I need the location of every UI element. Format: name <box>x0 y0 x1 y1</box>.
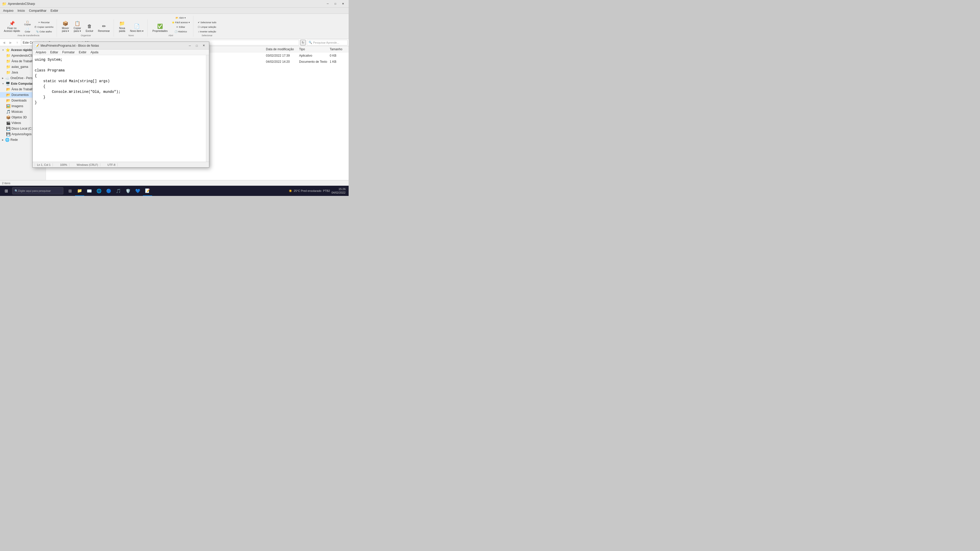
ribbon-btn-editar[interactable]: ✏ Editar <box>170 25 191 29</box>
ribbon-btn-copiar-para[interactable]: 📋 Copiarpara ▾ <box>72 19 83 34</box>
colar-label: Colar <box>25 30 30 33</box>
np-menu-exibir[interactable]: Exibir <box>77 50 89 55</box>
taskbar-notepad-icon[interactable]: 📝 <box>143 186 152 196</box>
copiar-label: Copiar <box>24 23 31 26</box>
abrir-label: 📂 Abrir ▾ <box>176 17 186 19</box>
file-cell-txt-size: 1 KB <box>329 60 347 64</box>
refresh-button[interactable]: ↻ <box>300 40 306 45</box>
explorer-titlebar-text: AprendendoCSharp <box>8 2 324 6</box>
ribbon-btn-novo-item[interactable]: 📄 Novo item ▾ <box>128 22 145 34</box>
file-cell-exe-type: Aplicativo <box>298 54 329 57</box>
explorer-titlebar-icon: 📁 <box>2 2 6 6</box>
ribbon-btn-recortar[interactable]: ✂ Recortar <box>33 21 55 24</box>
ribbon-btn-selecionar-tudo[interactable]: ✔ Selecionar tudo <box>197 21 218 24</box>
taskbar-task-view[interactable]: ⊞ <box>65 186 75 196</box>
notepad-close-button[interactable]: ✕ <box>200 43 207 48</box>
taskbar-chrome-icon[interactable]: 🔵 <box>104 186 113 196</box>
ribbon-selecionar-items: ✔ Selecionar tudo ☐ Limpar seleção ↕ Inv… <box>197 21 218 34</box>
ribbon-btn-limpar-selecao[interactable]: ☐ Limpar seleção <box>197 25 218 29</box>
notepad-minimize-button[interactable]: ─ <box>186 43 193 48</box>
sidebar-videos-icon: 🎬 <box>6 121 11 125</box>
ribbon-group-abrir-label: Abrir <box>169 34 173 37</box>
computador-expand-icon: ▼ <box>2 83 4 85</box>
menu-arquivo[interactable]: Arquivo <box>1 8 16 13</box>
taskbar-keyboard-layout: PTB2 <box>323 189 330 192</box>
np-menu-arquivo[interactable]: Arquivo <box>34 50 48 55</box>
up-button[interactable]: ↑ <box>14 40 20 45</box>
menu-exibir[interactable]: Exibir <box>48 8 60 13</box>
menu-compartilhar[interactable]: Compartilhar <box>27 8 48 13</box>
taskbar-search-icon: 🔍 <box>14 189 18 192</box>
propriedades-label: Propriedades <box>152 30 167 32</box>
forward-button[interactable]: ▶ <box>8 40 13 45</box>
notepad-maximize-button[interactable]: □ <box>193 43 200 48</box>
ribbon-group-novo: 📁 Novapasta 📄 Novo item ▾ Novo <box>117 19 148 37</box>
ribbon-btn-excluir[interactable]: 🗑 Excluir <box>84 22 95 34</box>
sidebar-computador-icon: 🖥️ <box>6 82 10 86</box>
np-menu-editar[interactable]: Editar <box>48 50 60 55</box>
explorer-close-button[interactable]: ✕ <box>339 1 347 6</box>
notepad-editor[interactable]: using System; class Programa { static vo… <box>33 55 209 162</box>
explorer-menubar: Arquivo Início Compartilhar Exibir <box>0 8 348 14</box>
copiar-caminho-label: 🗒 Copiar caminho <box>35 26 54 28</box>
col-header-tamanho[interactable]: Tamanho <box>329 47 347 52</box>
taskbar-explorer-icon[interactable]: 📁 <box>75 186 84 196</box>
ribbon-btn-colar[interactable]: 📄 Colar <box>23 27 32 34</box>
taskbar-music-icon[interactable]: 🎵 <box>114 186 123 196</box>
ribbon-btn-mover[interactable]: 📦 Moverpara ▾ <box>60 19 71 34</box>
ribbon-small-group2: ✂ Recortar 🗒 Copiar caminho 📎 Colar atal… <box>33 21 55 34</box>
onedrive-expand-icon: ▶ <box>2 77 3 79</box>
notepad-zoom: 100% <box>58 163 69 166</box>
explorer-minimize-button[interactable]: ─ <box>324 1 331 6</box>
col-header-data[interactable]: Data de modificação <box>265 47 298 52</box>
mover-icon: 📦 <box>62 21 68 26</box>
ribbon-group-abrir: ✅ Propriedades 📂 Abrir ▾ ⭐ Fácil acesso … <box>151 16 193 37</box>
taskbar-vscode-icon[interactable]: 💙 <box>133 186 142 196</box>
taskbar-mail-icon[interactable]: ✉️ <box>85 186 94 196</box>
taskbar-clock: 15:26 04/02/2022 <box>331 187 345 195</box>
ribbon-btn-colar-atalho[interactable]: 📎 Colar atalho <box>33 30 55 34</box>
propriedades-icon: ✅ <box>157 24 163 29</box>
taskbar: ⊞ 🔍 Digite aqui para pesquisar ⊞ 📁 ✉️ 🌐 … <box>0 186 348 196</box>
historico-label: 🕐 Histórico <box>175 30 187 33</box>
ribbon-btn-abrir[interactable]: 📂 Abrir ▾ <box>170 16 191 20</box>
ribbon-btn-fixar[interactable]: 📌 Fixar noAcesso rápido <box>2 19 22 34</box>
ribbon-abrir-small: 📂 Abrir ▾ ⭐ Fácil acesso ▾ ✏ Editar 🕐 Hi… <box>170 16 191 34</box>
ribbon-btn-renomear[interactable]: ✏ Renomear <box>96 22 112 34</box>
ribbon-btn-facil-acesso[interactable]: ⭐ Fácil acesso ▾ <box>170 21 191 24</box>
ribbon-abrir-buttons: ✅ Propriedades 📂 Abrir ▾ ⭐ Fácil acesso … <box>151 16 191 34</box>
notepad-menubar: Arquivo Editar Formatar Exibir Ajuda <box>33 49 209 55</box>
facil-acesso-label: ⭐ Fácil acesso ▾ <box>172 21 190 24</box>
ribbon-btn-nova-pasta[interactable]: 📁 Novapasta <box>117 19 127 34</box>
ribbon-btn-copiar-caminho[interactable]: 🗒 Copiar caminho <box>33 25 55 29</box>
notepad-status-bar: Ln 1, Col 1 100% Windows (CRLF) UTF-8 <box>33 162 209 167</box>
file-exe-date: 03/02/2022 17:39 <box>266 54 290 57</box>
ribbon-group-selecionar: ✔ Selecionar tudo ☐ Limpar seleção ↕ Inv… <box>197 21 220 37</box>
notepad-line-ending: Windows (CRLF) <box>75 163 100 166</box>
taskbar-edge-icon[interactable]: 🌐 <box>94 186 103 196</box>
ribbon-small-group: 📋 Copiar 📄 Colar <box>23 20 32 34</box>
taskbar-shield-icon[interactable]: 🛡️ <box>124 186 133 196</box>
sidebar-aulas-label: aulas_gama <box>11 65 28 68</box>
search-box[interactable]: 🔍 Pesquisar Aprende... <box>307 40 348 45</box>
ribbon-btn-propriedades[interactable]: ✅ Propriedades <box>151 22 169 34</box>
sidebar-java-label: Java <box>11 71 18 74</box>
col-header-tipo[interactable]: Tipo <box>298 47 329 52</box>
ribbon-btn-historico[interactable]: 🕐 Histórico <box>170 30 191 34</box>
notepad-scrollbar[interactable] <box>206 55 209 162</box>
explorer-maximize-button[interactable]: □ <box>332 1 339 6</box>
np-menu-formatar[interactable]: Formatar <box>60 50 77 55</box>
taskbar-search[interactable]: 🔍 Digite aqui para pesquisar <box>12 187 63 194</box>
sidebar-rede-label: Rede <box>11 138 18 141</box>
fixar-icon: 📌 <box>9 21 15 26</box>
menu-inicio[interactable]: Início <box>16 8 27 13</box>
sidebar-documentos-icon: 📂 <box>6 93 11 97</box>
np-menu-ajuda[interactable]: Ajuda <box>89 50 100 55</box>
start-button[interactable]: ⊞ <box>1 186 11 196</box>
sidebar-musicas-icon: 🎵 <box>6 110 11 114</box>
ribbon-btn-copiar[interactable]: 📋 Copiar <box>23 20 32 27</box>
back-button[interactable]: ◀ <box>1 40 6 45</box>
sidebar-area-trabalho2-icon: 📂 <box>6 87 11 91</box>
sidebar-objetos3d-icon: 📦 <box>6 115 11 119</box>
ribbon-btn-inverter-selecao[interactable]: ↕ Inverter seleção <box>197 30 218 34</box>
